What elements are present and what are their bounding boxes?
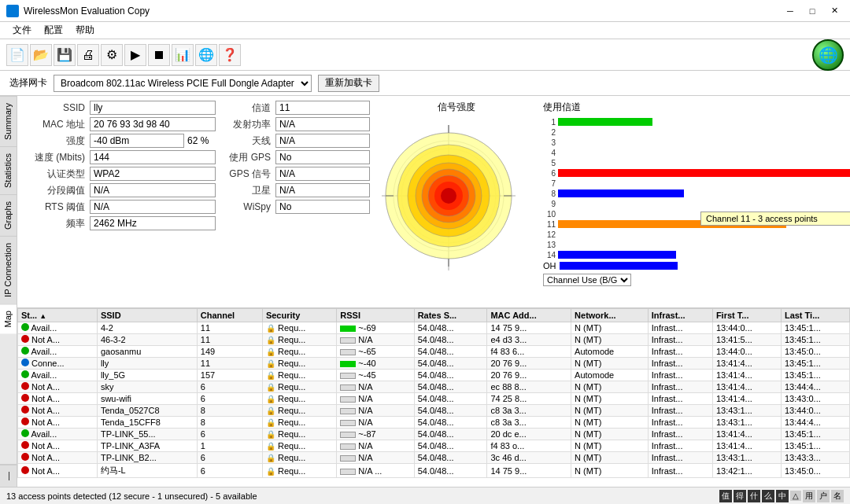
sidebar-item-graphs[interactable]: Graphs — [0, 194, 17, 236]
status-bar: 13 access points detected (12 secure - 1… — [0, 487, 850, 504]
table-row[interactable]: Conne... lly 11 🔒 Requ... ~-40 54.0/48..… — [18, 358, 850, 370]
table-row[interactable]: Not A... TP-LINK_B2... 6 🔒 Requ... N/A 5… — [18, 452, 850, 464]
cell-status: Not A... — [18, 440, 98, 452]
antenna-value[interactable] — [275, 134, 370, 148]
table-row[interactable]: Not A... 约马-L 6 🔒 Requ... N/A ... 54.0/4… — [18, 464, 850, 478]
auth-value[interactable] — [90, 167, 216, 181]
cell-rates: 54.0/48... — [414, 429, 487, 440]
strength-value[interactable] — [90, 134, 184, 148]
cell-status: Not A... — [18, 417, 98, 429]
col-last[interactable]: Last Ti... — [781, 309, 849, 322]
svg-point-17 — [441, 188, 456, 204]
table-row[interactable]: Not A... Tenda_15CFF8 8 🔒 Requ... N/A 54… — [18, 417, 850, 429]
sidebar-item-map[interactable]: Map — [0, 304, 17, 333]
col-ssid[interactable]: SSID — [97, 309, 197, 322]
sidebar-item-statistics[interactable]: Statistics — [0, 146, 17, 194]
table-header-row: St... ▲ SSID Channel Security RSSI Rates… — [18, 309, 850, 322]
cell-last: 13:44:4... — [781, 381, 849, 393]
sat-value[interactable] — [275, 183, 370, 197]
cell-rates: 54.0/48... — [414, 405, 487, 417]
mac-value[interactable] — [90, 117, 216, 131]
col-security[interactable]: Security — [262, 309, 336, 322]
cell-first: 13:41:4... — [712, 381, 781, 393]
menu-help[interactable]: 帮助 — [69, 22, 101, 39]
cell-infra: Infrast... — [648, 346, 712, 358]
cell-ssid: TP-LINK_55... — [97, 429, 197, 440]
cell-security: 🔒 Requ... — [262, 440, 336, 452]
cell-last: 13:43:3... — [781, 452, 849, 464]
toolbar-btn-9[interactable]: 🌐 — [195, 44, 217, 66]
title-controls: ─ □ ✕ — [781, 4, 844, 18]
toolbar-btn-6[interactable]: ▶ — [124, 44, 146, 66]
table-row[interactable]: Avail... TP-LINK_55... 6 🔒 Requ... ~-87 … — [18, 429, 850, 440]
gps-value[interactable] — [275, 150, 370, 164]
cell-first: 13:44:0... — [712, 346, 781, 358]
minimize-button[interactable]: ─ — [781, 4, 800, 18]
cell-last: 13:45:1... — [781, 370, 849, 381]
menu-config[interactable]: 配置 — [38, 22, 69, 39]
table-row[interactable]: Not A... 46-3-2 11 🔒 Requ... N/A 54.0/48… — [18, 334, 850, 346]
col-infra[interactable]: Infrast... — [648, 309, 712, 322]
col-first[interactable]: First T... — [712, 309, 781, 322]
sidebar-item-ip-connection[interactable]: IP Connection — [0, 236, 17, 304]
cell-security: 🔒 Requ... — [262, 322, 336, 334]
table-container[interactable]: St... ▲ SSID Channel Security RSSI Rates… — [17, 308, 850, 487]
rts-value[interactable] — [90, 200, 216, 214]
table-row[interactable]: Not A... TP-LINK_A3FA 1 🔒 Requ... N/A 54… — [18, 440, 850, 452]
status-dot — [21, 429, 29, 437]
close-button[interactable]: ✕ — [825, 4, 844, 18]
table-row[interactable]: Avail... lly_5G 157 🔒 Requ... ~-45 54.0/… — [18, 370, 850, 381]
wispy-value[interactable] — [275, 200, 370, 214]
maximize-button[interactable]: □ — [803, 4, 822, 18]
channel-row-12: 12 — [543, 230, 850, 239]
table-row[interactable]: Not A... swu-wifi 6 🔒 Requ... N/A 54.0/4… — [18, 393, 850, 405]
app-icon — [6, 5, 19, 17]
cell-security: 🔒 Requ... — [262, 405, 336, 417]
toolbar-btn-7[interactable]: ⏹ — [148, 44, 170, 66]
gpssig-value[interactable] — [275, 167, 370, 181]
table-row[interactable]: Not A... sky 6 🔒 Requ... N/A 54.0/48... … — [18, 381, 850, 393]
col-status[interactable]: St... ▲ — [18, 309, 98, 322]
frag-value[interactable] — [90, 183, 216, 197]
speed-label: 速度 (Mbits) — [22, 151, 85, 164]
cell-rssi: ~-65 — [337, 346, 414, 358]
table-row[interactable]: Avail... gaosanmu 149 🔒 Requ... ~-65 54.… — [18, 346, 850, 358]
toolbar-btn-10[interactable]: ❓ — [219, 44, 241, 66]
reload-button[interactable]: 重新加载卡 — [318, 75, 379, 92]
corner-icon-6: △ — [790, 491, 801, 501]
channel-panel-title: 使用信道 — [543, 101, 850, 114]
toolbar-btn-3[interactable]: 💾 — [54, 44, 76, 66]
toolbar-btn-1[interactable]: 📄 — [6, 44, 28, 66]
cell-first: 13:41:4... — [712, 429, 781, 440]
col-network[interactable]: Network... — [571, 309, 649, 322]
toolbar-btn-4[interactable]: 🖨 — [77, 44, 99, 66]
sidebar-item-dash[interactable]: — — [0, 465, 17, 487]
ssid-value[interactable] — [90, 101, 216, 115]
rssi-bar — [340, 326, 356, 332]
toolbar-btn-2[interactable]: 📂 — [30, 44, 52, 66]
freq-value[interactable] — [90, 216, 216, 230]
adapter-select[interactable]: Broadcom 802.11ac Wireless PCIE Full Don… — [54, 75, 312, 92]
cell-security: 🔒 Requ... — [262, 393, 336, 405]
txpower-value[interactable] — [275, 117, 370, 131]
cell-mac: 20 76 9... — [487, 370, 571, 381]
col-rates[interactable]: Rates S... — [414, 309, 487, 322]
cell-security: 🔒 Requ... — [262, 429, 336, 440]
channel-use-select[interactable]: Channel Use (B/G — [543, 274, 631, 286]
status-dot — [21, 466, 29, 474]
col-rssi[interactable]: RSSI — [337, 309, 414, 322]
menu-file[interactable]: 文件 — [6, 22, 38, 39]
col-channel[interactable]: Channel — [197, 309, 262, 322]
table-row[interactable]: Avail... 4-2 11 🔒 Requ... ~-69 54.0/48..… — [18, 322, 850, 334]
channel-value[interactable] — [275, 101, 370, 115]
table-row[interactable]: Not A... Tenda_0527C8 8 🔒 Requ... N/A 54… — [18, 405, 850, 417]
toolbar-btn-5[interactable]: ⚙ — [101, 44, 123, 66]
status-text: 13 access points detected (12 secure - 1… — [6, 491, 257, 501]
cell-security: 🔒 Requ... — [262, 452, 336, 464]
sidebar-item-summary[interactable]: Summary — [0, 96, 17, 146]
speed-value[interactable] — [90, 150, 216, 164]
col-mac[interactable]: MAC Add... — [487, 309, 571, 322]
toolbar-btn-8[interactable]: 📊 — [172, 44, 194, 66]
cell-infra: Infrast... — [648, 464, 712, 478]
corner-icon-8: 户 — [817, 490, 830, 502]
